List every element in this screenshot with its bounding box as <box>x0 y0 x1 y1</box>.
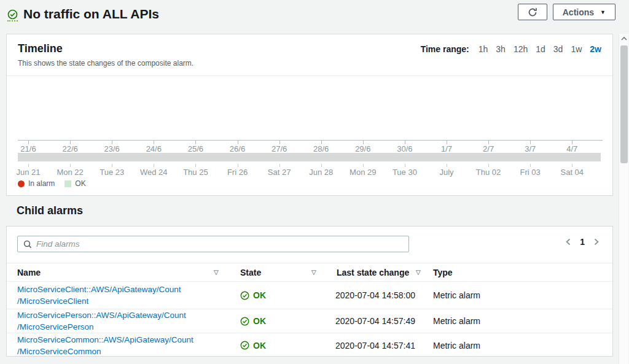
sort-icon-lsc[interactable]: ▽ <box>416 269 421 276</box>
alarm-name-line2[interactable]: /MicroServiceCommon <box>17 346 193 357</box>
alarm-state: OK <box>240 316 266 326</box>
axis-tick-label: Fri 26 <box>227 168 248 177</box>
legend-ok-marker <box>64 180 71 187</box>
axis-tick <box>70 164 71 167</box>
axis-tick-label: 22/6 <box>62 144 77 153</box>
alarm-name-line1[interactable]: MicroServiceCommon::AWS/ApiGateway/Count <box>17 334 193 346</box>
axis-tick <box>195 164 196 167</box>
table-header: Name▽State▽Last state change▽Type <box>7 263 612 282</box>
time-range-option-1w[interactable]: 1w <box>571 44 582 54</box>
child-alarms-panel: 1 Name▽State▽Last state change▽Type Micr… <box>6 226 613 357</box>
search-icon <box>23 240 32 249</box>
axis-tick-label: Mon 22 <box>57 168 83 177</box>
axis-tick <box>488 164 489 167</box>
time-range-option-1h[interactable]: 1h <box>479 44 488 54</box>
axis-tick-label: 28/6 <box>313 144 329 153</box>
alarm-state-label: OK <box>253 316 266 326</box>
timeline-chart[interactable] <box>18 76 603 140</box>
chevron-right-icon <box>593 238 600 246</box>
legend-in-alarm-marker <box>18 180 25 187</box>
refresh-button[interactable] <box>518 4 547 20</box>
scrollbar-up-arrow[interactable] <box>619 36 628 41</box>
axis-tick <box>238 164 238 167</box>
axis-tick <box>363 164 364 167</box>
column-header-lsc[interactable]: Last state change <box>337 268 409 277</box>
caret-down-icon: ▼ <box>600 9 606 15</box>
axis-tick-label: Tue 30 <box>393 168 417 177</box>
time-range-option-12h[interactable]: 12h <box>514 44 528 54</box>
find-alarms-input[interactable] <box>36 239 408 249</box>
ok-check-icon <box>240 341 249 350</box>
axis-tick-label: Sat 04 <box>561 168 584 177</box>
timeline-title: Timeline <box>18 42 193 55</box>
alarm-type: Metric alarm <box>433 341 480 350</box>
previous-page-button[interactable] <box>565 238 572 246</box>
axis-tick-label: Jun 28 <box>309 168 333 177</box>
last-state-change: 2020-07-04 14:58:00 <box>335 290 415 300</box>
page-title: No traffic on ALL APIs <box>23 7 159 21</box>
alarm-name-link[interactable]: MicroServiceCommon::AWS/ApiGateway/Count… <box>17 334 193 357</box>
alarm-state-label: OK <box>253 341 266 350</box>
sort-icon-state[interactable]: ▽ <box>311 269 316 276</box>
table-body: MicroServiceClient::AWS/ApiGateway/Count… <box>7 282 612 357</box>
alarm-detail-page: No traffic on ALL APIs Actions ▼ Timelin… <box>0 0 629 364</box>
timeline-description: This shows the state changes of the comp… <box>18 59 193 68</box>
column-header-type: Type <box>433 268 453 277</box>
axis-tick <box>28 164 29 167</box>
alarm-name-line1[interactable]: MicroServiceClient::AWS/ApiGateway/Count <box>17 284 181 295</box>
axis-tick-label: 27/6 <box>272 144 287 153</box>
ok-check-icon <box>240 317 249 326</box>
table-row: MicroServiceClient::AWS/ApiGateway/Count… <box>7 282 612 309</box>
axis-tick-label: Fri 03 <box>520 168 541 177</box>
alarm-name-line2[interactable]: /MicroServiceClient <box>17 295 181 307</box>
refresh-icon <box>528 7 537 17</box>
alarm-name-line1[interactable]: MicroServicePerson::AWS/ApiGateway/Count <box>17 309 186 321</box>
axis-tick-label: 24/6 <box>146 144 162 153</box>
timeline-panel: Timeline This shows the state changes of… <box>6 34 613 196</box>
timeline-axis-bottom: Jun 21Mon 22Tue 23Wed 24Thu 25Fri 26Sat … <box>18 164 603 177</box>
axis-tick <box>112 164 112 167</box>
timeline-brush-bar[interactable] <box>18 153 601 161</box>
time-range-option-3d[interactable]: 3d <box>553 44 563 54</box>
last-state-change: 2020-07-04 14:57:49 <box>335 316 415 326</box>
timeline-panel-header: Timeline This shows the state changes of… <box>7 34 612 68</box>
axis-tick-label: Thu 25 <box>183 168 208 177</box>
axis-tick-label: 23/6 <box>104 144 120 153</box>
axis-tick-label: July <box>439 168 453 177</box>
axis-tick-label: Wed 24 <box>140 168 168 177</box>
column-header-state[interactable]: State <box>240 268 261 277</box>
page-header: No traffic on ALL APIs Actions ▼ <box>0 0 629 28</box>
axis-tick <box>447 164 447 167</box>
alarm-name-link[interactable]: MicroServicePerson::AWS/ApiGateway/Count… <box>17 309 186 333</box>
column-header-name[interactable]: Name <box>17 268 41 277</box>
alarm-name-line2[interactable]: /MicroServicePerson <box>17 321 186 333</box>
table-row: MicroServiceCommon::AWS/ApiGateway/Count… <box>7 333 612 357</box>
axis-tick-label: 1/7 <box>441 144 452 153</box>
chevron-left-icon <box>565 238 572 246</box>
axis-tick-label: 4/7 <box>566 144 577 153</box>
pagination: 1 <box>565 237 600 247</box>
time-range-option-1d[interactable]: 1d <box>536 44 545 54</box>
child-alarms-title: Child alarms <box>17 204 83 217</box>
axis-tick-label: Jun 21 <box>16 168 40 177</box>
search-box <box>17 236 409 252</box>
axis-tick-label: Sat 27 <box>268 168 291 177</box>
actions-button[interactable]: Actions ▼ <box>553 4 615 20</box>
current-page[interactable]: 1 <box>580 237 585 247</box>
vertical-scrollbar[interactable] <box>619 34 628 364</box>
axis-tick <box>572 164 572 167</box>
time-range-option-3h[interactable]: 3h <box>496 44 506 54</box>
axis-tick-label: 21/6 <box>20 144 36 153</box>
alarm-ok-status-icon <box>7 9 18 21</box>
next-page-button[interactable] <box>593 238 600 246</box>
table-row: MicroServicePerson::AWS/ApiGateway/Count… <box>7 309 612 333</box>
alarm-name-link[interactable]: MicroServiceClient::AWS/ApiGateway/Count… <box>17 284 181 307</box>
time-range-option-2w[interactable]: 2w <box>590 44 601 54</box>
axis-tick-label: 2/7 <box>483 144 494 153</box>
sort-icon-name[interactable]: ▽ <box>214 269 219 276</box>
legend-item: OK <box>64 179 85 188</box>
legend-label: OK <box>75 179 85 188</box>
axis-tick-label: 25/6 <box>188 144 203 153</box>
time-range-label: Time range: <box>421 44 469 54</box>
scrollbar-thumb[interactable] <box>620 45 628 163</box>
